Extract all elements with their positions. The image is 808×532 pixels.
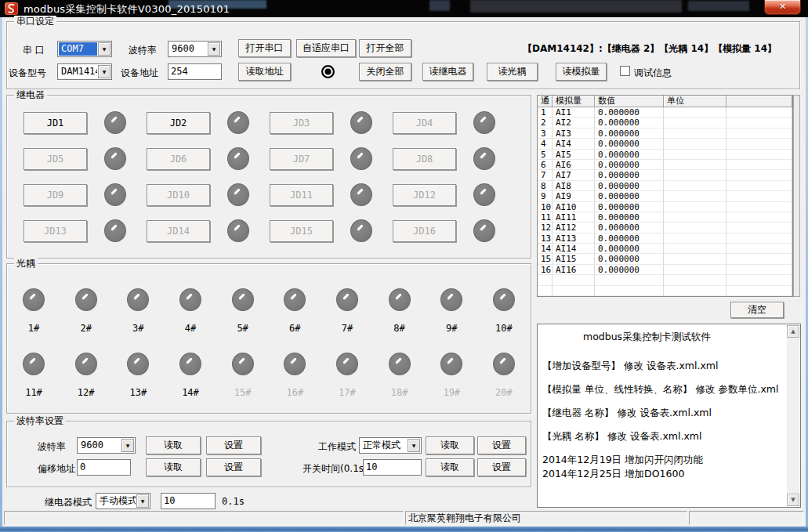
relay-button-jd2[interactable]: JD2 (147, 112, 210, 134)
read-analog-button[interactable]: 读模拟量 (556, 63, 607, 81)
column-header[interactable]: 通 (538, 96, 553, 107)
table-cell (726, 223, 792, 233)
device-summary-label: 【DAM14142】:【继电器 2】【光耦 14】【模拟量 14】 (523, 42, 777, 56)
opto-item: 4# (175, 288, 206, 334)
opto-label: 2# (80, 323, 91, 334)
analog-table-header: 通 模拟量 数值 单位 (538, 96, 792, 107)
opto-label: 17# (339, 387, 356, 398)
baud-settings-title: 波特率设置 (14, 415, 66, 427)
switch-time-read-button[interactable]: 读取 (426, 458, 474, 476)
baud-set-button[interactable]: 设置 (206, 436, 261, 454)
column-header[interactable]: 模拟量 (553, 96, 595, 107)
clear-button[interactable]: 清空 (730, 302, 784, 318)
close-icon: ✕ (779, 2, 786, 12)
table-cell: 11 (538, 212, 553, 223)
column-header[interactable] (726, 96, 792, 107)
relay-mode-time-input[interactable]: 10 (161, 493, 216, 509)
info-textarea: modbus采集控制卡测试软件【增加设备型号】 修改 设备表.xml.xml【模… (537, 324, 801, 508)
chevron-down-icon[interactable]: ▼ (408, 439, 420, 452)
opto-label: 10# (495, 323, 513, 334)
table-cell: AI16 (553, 265, 595, 275)
baud-select[interactable]: 9600 ▼ (168, 41, 222, 57)
info-scrollbar[interactable]: ▲ ▼ (787, 325, 799, 506)
table-cell: AI11 (553, 212, 595, 223)
model-label: 设备型号 (9, 67, 46, 80)
read-address-button[interactable]: 读取地址 (238, 63, 291, 81)
open-serial-button[interactable]: 打开串口 (238, 39, 291, 57)
opto-label: 19# (443, 387, 460, 398)
baud-rate-select[interactable]: 9600 ▼ (77, 437, 136, 454)
table-cell (664, 191, 726, 201)
opto-indicator-icon (336, 353, 358, 375)
table-cell (726, 170, 792, 180)
baud-read-button[interactable]: 读取 (146, 436, 201, 454)
chevron-down-icon[interactable]: ▼ (208, 42, 220, 56)
read-relay-button[interactable]: 读继电器 (422, 63, 473, 81)
opto-label: 7# (342, 323, 353, 334)
debug-label: 调试信息 (634, 67, 672, 80)
relay-indicator-icon (473, 183, 495, 206)
column-header[interactable]: 单位 (664, 96, 726, 107)
relay-cell: JD8 (393, 147, 516, 170)
opto-item: 16# (279, 353, 310, 398)
column-header[interactable]: 数值 (595, 96, 664, 107)
close-button[interactable]: ✕ (764, 0, 801, 15)
table-cell (726, 181, 792, 191)
device-address-input[interactable]: 254 (168, 63, 222, 80)
model-select[interactable]: DAM14142 ▼ (57, 63, 112, 80)
work-mode-select[interactable]: 正常模式 ▼ (359, 437, 422, 454)
chevron-down-icon[interactable]: ▼ (136, 494, 149, 508)
analog-table-scrollbar[interactable] (793, 95, 800, 297)
info-line: 2014年12月25日 增加DO1600 (542, 468, 783, 481)
info-line: 【光耦 名称】 修改 设备表.xml.xml (542, 430, 783, 443)
scroll-up-button[interactable]: ▲ (787, 325, 799, 338)
table-cell (664, 107, 726, 118)
relay-mode-label: 继电器模式 (45, 496, 92, 509)
open-all-button[interactable]: 打开全部 (359, 39, 411, 57)
scroll-down-button[interactable]: ▼ (787, 494, 799, 506)
close-all-button[interactable]: 关闭全部 (359, 63, 411, 81)
baud-label: 波特率 (129, 44, 157, 57)
table-cell (726, 128, 792, 139)
opto-item: 18# (384, 353, 415, 398)
opto-indicator-icon (336, 288, 358, 311)
relay-cell: JD9 (24, 183, 147, 206)
offset-read-button[interactable]: 读取 (146, 458, 201, 476)
relay-button-jd1[interactable]: JD1 (24, 112, 87, 134)
table-cell: 15 (538, 254, 553, 264)
table-cell: 7 (538, 170, 553, 180)
table-cell: AI4 (553, 139, 595, 149)
debug-checkbox[interactable] (620, 66, 630, 76)
opto-label: 14# (182, 387, 199, 398)
chevron-down-icon[interactable]: ▼ (98, 65, 111, 78)
info-line: 【继电器 名称】 修改 设备表.xml.xml (542, 407, 783, 420)
work-mode-read-button[interactable]: 读取 (426, 436, 474, 454)
com-port-select[interactable]: COM7 ▼ (57, 41, 112, 57)
opto-label: 15# (234, 387, 252, 398)
read-opto-button[interactable]: 读光耦 (487, 63, 538, 81)
relay-cell: JD14 (147, 219, 270, 242)
switch-time-set-button[interactable]: 设置 (477, 458, 526, 476)
table-cell (726, 191, 792, 201)
offset-set-button[interactable]: 设置 (206, 458, 261, 476)
table-cell (664, 265, 726, 275)
work-mode-set-button[interactable]: 设置 (477, 436, 526, 454)
chevron-down-icon[interactable]: ▼ (121, 439, 134, 452)
scroll-up-icon: ▲ (791, 328, 795, 335)
info-line: 2014年12月19日 增加闪开闪闭功能 (542, 454, 783, 467)
auto-serial-button[interactable]: 自适应串口 (296, 39, 356, 57)
relay-indicator-icon (104, 183, 126, 206)
relay-group: 继电器 JD1JD2JD3JD4JD5JD6JD7JD8JD9JD10JD11J… (6, 95, 531, 259)
table-cell: 0.000000 (595, 139, 664, 149)
relay-cell: JD15 (270, 219, 393, 242)
switch-time-input[interactable]: 10 (363, 459, 422, 476)
table-row: 13AI130.000000 (538, 233, 792, 244)
relay-mode-select[interactable]: 手动模式 ▼ (96, 493, 150, 509)
table-cell (664, 181, 726, 191)
offset-label: 偏移地址 (38, 462, 75, 476)
offset-input[interactable]: 0 (77, 459, 131, 476)
chevron-down-icon[interactable]: ▼ (98, 42, 111, 56)
window-title: modbus采集控制卡软件V0300_20150101 (24, 2, 230, 16)
status-indicator (321, 65, 335, 78)
table-cell (664, 118, 726, 128)
